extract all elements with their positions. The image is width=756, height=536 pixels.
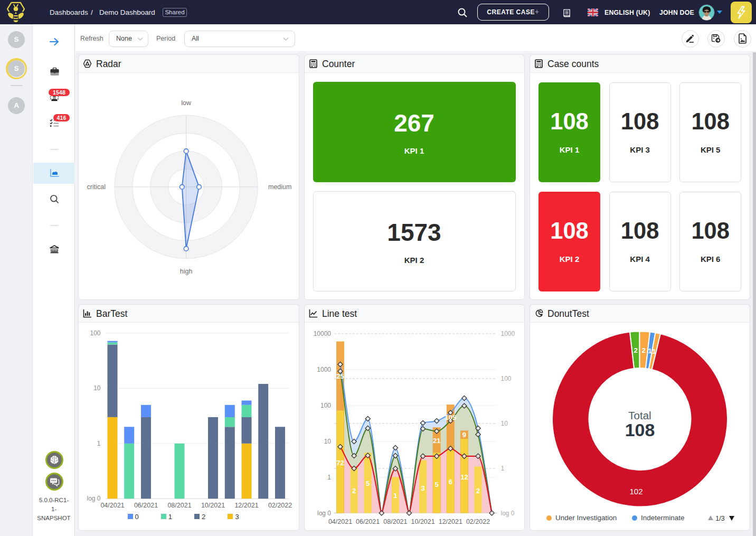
svg-text:1: 1 xyxy=(648,347,652,355)
svg-text:2: 2 xyxy=(634,346,638,354)
svg-text:1: 1 xyxy=(652,347,656,355)
svg-text:2: 2 xyxy=(642,346,646,354)
svg-text:102: 102 xyxy=(629,487,642,496)
svg-text:1/3: 1/3 xyxy=(715,515,724,522)
